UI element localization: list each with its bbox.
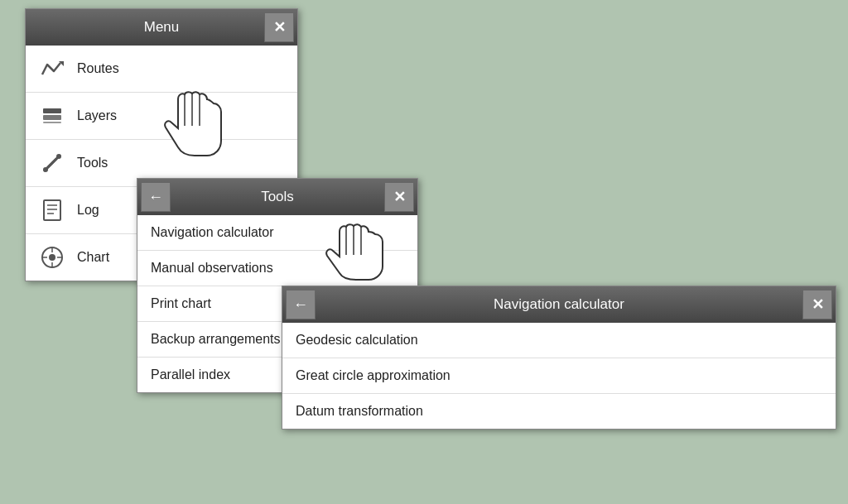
- svg-point-7: [56, 154, 61, 159]
- routes-label: Routes: [77, 61, 119, 76]
- navcalc-title: Navigation calculator: [282, 296, 836, 313]
- great-circle-label: Great circle approximation: [296, 368, 450, 383]
- layers-label: Layers: [77, 108, 117, 123]
- log-label: Log: [77, 203, 99, 218]
- layers-icon: [39, 103, 65, 129]
- backup-label: Backup arrangements: [151, 332, 281, 347]
- geodesic-label: Geodesic calculation: [296, 333, 418, 348]
- chart-icon: [39, 244, 65, 271]
- datum-label: Datum transformation: [296, 404, 423, 419]
- tools-icon: [39, 150, 65, 176]
- log-icon: [39, 197, 65, 223]
- tools-header: ← Tools ✕: [137, 179, 417, 215]
- svg-point-6: [43, 167, 48, 172]
- tools-title: Tools: [137, 189, 417, 205]
- navcalc-panel: ← Navigation calculator ✕ Geodesic calcu…: [282, 286, 836, 430]
- navcalc-header: ← Navigation calculator ✕: [282, 286, 836, 323]
- tools-close-button[interactable]: ✕: [384, 182, 414, 212]
- navcalc-close-button[interactable]: ✕: [802, 290, 832, 319]
- print-label: Print chart: [151, 296, 211, 311]
- navcalc-item-datum[interactable]: Datum transformation: [282, 394, 836, 429]
- tools-back-button[interactable]: ←: [141, 182, 171, 212]
- tools-item-manual[interactable]: Manual observations: [137, 251, 417, 286]
- navcalc-item-geodesic[interactable]: Geodesic calculation: [282, 323, 836, 358]
- routes-icon: [39, 55, 65, 82]
- menu-item-routes[interactable]: Routes: [26, 46, 297, 93]
- tools-item-navcalc[interactable]: Navigation calculator: [137, 215, 417, 251]
- navcalc-back-button[interactable]: ←: [286, 290, 316, 319]
- chart-label: Chart: [77, 250, 109, 265]
- manual-label: Manual observations: [151, 261, 273, 276]
- menu-close-button[interactable]: ✕: [264, 12, 294, 42]
- svg-rect-2: [43, 115, 61, 120]
- svg-rect-1: [43, 108, 61, 113]
- navcalc-label: Navigation calculator: [151, 225, 274, 240]
- svg-rect-8: [44, 200, 60, 220]
- menu-title: Menu: [26, 19, 297, 36]
- tools-label: Tools: [77, 156, 108, 170]
- svg-point-13: [49, 254, 55, 261]
- parallel-label: Parallel index: [151, 367, 230, 382]
- svg-rect-3: [43, 122, 61, 123]
- menu-item-layers[interactable]: Layers: [26, 93, 297, 140]
- menu-header: Menu ✕: [26, 9, 297, 46]
- navcalc-item-great-circle[interactable]: Great circle approximation: [282, 358, 836, 394]
